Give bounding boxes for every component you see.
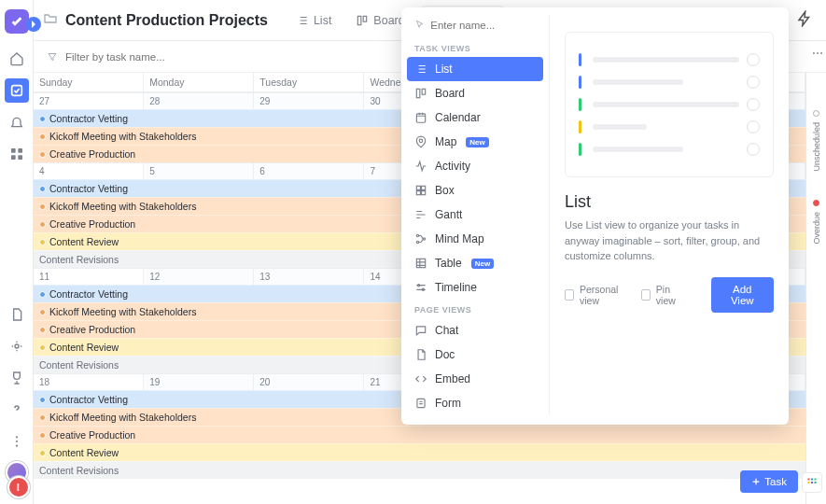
help-icon[interactable] — [5, 398, 29, 422]
svg-point-21 — [416, 234, 418, 236]
svg-point-16 — [419, 139, 423, 143]
svg-rect-29 — [811, 479, 813, 481]
add-view-button[interactable]: Add View — [711, 277, 774, 313]
notifications-icon[interactable] — [5, 110, 29, 134]
overdue-indicator — [813, 200, 819, 206]
calendar-event[interactable]: Creative Production — [34, 426, 805, 443]
date-cell[interactable]: 12 — [144, 268, 254, 285]
mindmap-icon — [414, 232, 427, 245]
date-cell[interactable]: 28 — [144, 92, 254, 109]
view-option-board[interactable]: Board — [407, 81, 543, 105]
date-cell[interactable]: 27 — [34, 92, 144, 109]
svg-point-6 — [15, 436, 17, 438]
calendar-event[interactable]: Content Revisions — [34, 461, 805, 479]
tab-list[interactable]: List — [287, 8, 341, 33]
unscheduled-indicator — [813, 110, 819, 117]
view-option-box[interactable]: Box — [407, 178, 543, 203]
more-icon[interactable] — [5, 429, 29, 454]
svg-rect-31 — [808, 482, 810, 483]
gantt-icon — [414, 208, 427, 221]
svg-point-36 — [820, 52, 822, 54]
date-cell[interactable]: 29 — [254, 92, 364, 109]
calendar-side-rail: Unscheduled Overdue — [805, 73, 826, 504]
view-option-chat[interactable]: Chat — [407, 318, 543, 343]
new-task-button[interactable]: Task — [740, 470, 798, 493]
list-icon — [414, 63, 427, 76]
svg-rect-28 — [808, 479, 810, 481]
date-cell[interactable]: 18 — [34, 373, 144, 390]
add-view-popover: TASK VIEWS ListBoardCalendarMapNewActivi… — [401, 7, 789, 425]
cursor-icon — [414, 19, 425, 31]
view-option-mindmap[interactable]: Mind Map — [407, 227, 543, 251]
svg-rect-20 — [422, 191, 426, 195]
svg-point-5 — [15, 344, 19, 348]
pin-view-checkbox[interactable]: Pin view — [641, 284, 685, 306]
date-cell[interactable]: 13 — [254, 268, 364, 285]
overdue-label[interactable]: Overdue — [812, 212, 821, 245]
date-cell[interactable]: 19 — [144, 373, 254, 390]
svg-rect-3 — [11, 155, 16, 160]
unscheduled-label[interactable]: Unscheduled — [812, 122, 821, 172]
view-option-timeline[interactable]: Timeline — [407, 275, 543, 300]
app-logo[interactable] — [5, 9, 29, 34]
page-views-label: PAGE VIEWS — [407, 300, 543, 318]
view-search-input[interactable] — [430, 20, 536, 31]
svg-point-7 — [15, 441, 17, 442]
view-option-map[interactable]: MapNew — [407, 130, 543, 154]
svg-rect-10 — [364, 16, 368, 21]
expand-sidebar-button[interactable] — [26, 17, 41, 32]
activity-icon — [414, 160, 427, 173]
goals-icon[interactable] — [5, 366, 29, 390]
date-cell[interactable]: 4 — [34, 162, 144, 179]
day-header: Monday — [144, 73, 254, 91]
map-icon — [414, 135, 427, 148]
svg-rect-4 — [18, 155, 22, 160]
apps-grid-button[interactable] — [802, 472, 822, 493]
avatar[interactable]: I — [7, 476, 30, 498]
personal-view-checkbox[interactable]: Personal view — [565, 284, 628, 306]
view-detail-title: List — [565, 192, 774, 212]
view-option-calendar[interactable]: Calendar — [407, 105, 543, 130]
svg-rect-14 — [422, 89, 426, 94]
filter-input[interactable] — [65, 51, 252, 63]
left-sidebar: I — [0, 0, 34, 504]
tasks-icon[interactable] — [5, 78, 29, 103]
filter-icon — [47, 51, 58, 63]
svg-rect-17 — [416, 186, 420, 189]
view-option-gantt[interactable]: Gantt — [407, 203, 543, 227]
board-icon — [414, 87, 427, 100]
svg-rect-2 — [18, 148, 22, 153]
view-option-activity[interactable]: Activity — [407, 154, 543, 178]
view-option-form[interactable]: Form — [407, 391, 543, 415]
timeline-icon — [414, 281, 427, 294]
svg-rect-32 — [811, 482, 813, 483]
home-icon[interactable] — [5, 47, 29, 71]
calendar-event[interactable]: Content Review — [34, 443, 805, 461]
svg-point-23 — [423, 238, 425, 240]
doc-icon — [414, 348, 427, 361]
more-options-icon[interactable] — [811, 47, 824, 63]
calendar-icon — [414, 111, 427, 124]
svg-rect-1 — [11, 148, 16, 153]
svg-point-8 — [15, 445, 17, 447]
automation-icon[interactable] — [792, 7, 817, 34]
svg-rect-30 — [815, 479, 817, 481]
view-preview — [565, 32, 774, 177]
date-cell[interactable]: 6 — [254, 162, 364, 179]
docs-icon[interactable] — [5, 302, 29, 327]
chat-icon — [414, 324, 427, 337]
task-views-label: TASK VIEWS — [407, 38, 543, 57]
svg-rect-24 — [416, 259, 425, 267]
view-option-embed[interactable]: Embed — [407, 367, 543, 391]
view-option-list[interactable]: List — [407, 57, 543, 81]
svg-point-35 — [817, 52, 819, 54]
table-icon — [414, 257, 427, 270]
view-option-table[interactable]: TableNew — [407, 251, 543, 275]
date-cell[interactable]: 5 — [144, 162, 254, 179]
view-option-doc[interactable]: Doc — [407, 343, 543, 367]
pulse-icon[interactable] — [5, 334, 29, 358]
date-cell[interactable]: 20 — [254, 373, 364, 390]
svg-rect-33 — [815, 482, 817, 483]
apps-icon[interactable] — [5, 142, 29, 166]
date-cell[interactable]: 11 — [34, 268, 144, 285]
